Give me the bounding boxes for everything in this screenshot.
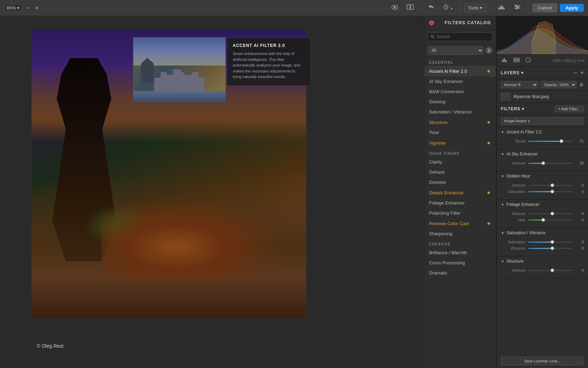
image-aware-select[interactable]: Image Aware ∨ <box>501 117 584 125</box>
applied-filter-ai-sky-header[interactable]: ▼ AI Sky Enhancer <box>497 149 588 159</box>
star-icon[interactable]: ★ <box>486 190 491 195</box>
applied-filter-name: Golden Hour <box>506 174 584 179</box>
saturation-track[interactable] <box>528 242 573 243</box>
filter-item-tone[interactable]: Tone <box>424 127 496 138</box>
zoom-increase-button[interactable]: + <box>34 5 40 11</box>
hue-fill <box>528 220 541 221</box>
applied-filter-structure-header[interactable]: ▼ Structure <box>497 256 588 266</box>
applied-filter-accent-ai-body: Boost 71 <box>497 137 588 149</box>
svg-rect-25 <box>504 58 505 62</box>
undo-button[interactable] <box>425 3 437 13</box>
filter-name: Structure <box>429 120 448 125</box>
filter-item-vignette[interactable]: Vignette ★ <box>424 138 496 148</box>
tools-button[interactable]: Tools ▾ <box>464 4 486 12</box>
add-layer-button[interactable]: + <box>580 70 584 76</box>
svg-point-1 <box>394 6 396 8</box>
filter-item-foliage[interactable]: Foliage Enhancer <box>424 198 496 208</box>
collapse-arrow: ▼ <box>501 152 504 156</box>
split-view-button[interactable] <box>404 3 416 13</box>
hue-slider-row: Hue 0 <box>501 218 584 222</box>
filter-item-sharpening[interactable]: Sharpening <box>424 229 496 239</box>
amount-track[interactable] <box>528 163 573 164</box>
close-panel-button[interactable]: ✕ <box>429 20 434 25</box>
vibrance-track[interactable] <box>528 248 573 249</box>
search-input-wrap[interactable] <box>428 33 492 41</box>
amount-label: Amount <box>501 183 525 187</box>
filter-item-details-enhancer[interactable]: Details Enhancer ★ <box>424 187 496 198</box>
blend-mode-select[interactable]: Normal ⇅ <box>501 81 538 88</box>
star-icon[interactable]: ★ <box>486 68 491 74</box>
filter-item-clarity[interactable]: Clarity <box>424 157 496 167</box>
zoom-decrease-button[interactable]: − <box>25 5 31 11</box>
histogram-button[interactable] <box>495 3 508 13</box>
image-aware-label: Image Aware ∨ <box>504 119 530 123</box>
layers-icon-button[interactable] <box>512 56 521 65</box>
saturation-track[interactable] <box>528 191 573 192</box>
filter-item-remove-color-cast[interactable]: Remove Color Cast ★ <box>424 218 496 229</box>
zoom-dropdown-arrow: ▾ <box>17 5 20 11</box>
filter-item-brilliance-warmth[interactable]: Brilliance / Warmth <box>424 248 496 258</box>
search-input[interactable] <box>437 34 489 39</box>
applied-filter-saturation-header[interactable]: ▼ Saturation / Vibrance <box>497 228 588 238</box>
star-icon[interactable]: ★ <box>486 221 491 226</box>
filter-category-dropdown[interactable]: All <box>428 46 483 55</box>
applied-filter-accent-ai-header[interactable]: ▼ Accent Ai Filter 2.0 <box>497 127 588 137</box>
boost-slider-row: Boost 71 <box>501 139 584 143</box>
opacity-select[interactable]: Opacity: 100% <box>541 81 576 88</box>
filter-item-cross-processing[interactable]: Cross Processing <box>424 258 496 268</box>
saturation-value: 0 <box>575 189 584 194</box>
filter-item-dehaze[interactable]: Dehaze <box>424 167 496 177</box>
boost-track[interactable] <box>528 141 573 142</box>
histogram-chart <box>497 16 588 54</box>
remove-layer-button[interactable]: − <box>574 70 578 76</box>
filter-item-accent-ai[interactable]: Accent Ai Filter 2.0 ★ <box>424 66 496 76</box>
amount-track[interactable] <box>528 185 573 186</box>
info-icon-button[interactable]: i <box>524 56 532 65</box>
filter-item-develop[interactable]: Develop <box>424 97 496 107</box>
svg-point-15 <box>516 8 518 9</box>
add-filter-button[interactable]: + Add Filter... <box>555 106 584 112</box>
amount-track[interactable] <box>528 270 573 271</box>
hue-track[interactable] <box>528 220 573 221</box>
applied-filter-foliage-body: Amount 0 Hue 0 <box>497 209 588 228</box>
boost-label: Boost <box>501 139 525 143</box>
apply-button[interactable]: Apply <box>560 4 584 12</box>
filter-item-saturation[interactable]: Saturation / Vibrance <box>424 107 496 117</box>
amount-track[interactable] <box>528 213 573 214</box>
cancel-button[interactable]: Cancel <box>532 4 557 12</box>
svg-rect-24 <box>503 59 504 62</box>
svg-rect-28 <box>514 58 519 59</box>
filter-item-structure[interactable]: Structure ★ <box>424 117 496 127</box>
applied-filter-saturation-body: Saturation 0 Vibrance 0 <box>497 238 588 256</box>
svg-rect-3 <box>411 5 413 9</box>
vibrance-label: Vibrance <box>501 246 525 250</box>
svg-rect-29 <box>514 60 519 61</box>
applied-filter-name: AI Sky Enhancer <box>506 152 584 157</box>
adjustments-button[interactable] <box>511 3 524 13</box>
filter-item-dramatic[interactable]: Dramatic <box>424 268 496 278</box>
filter-item-ai-sky[interactable]: AI Sky Enhancer <box>424 76 496 86</box>
section-issue-fixers: ISSUE FIXERS <box>424 148 496 157</box>
applied-filter-accent-ai: ▼ Accent Ai Filter 2.0 Boost 71 <box>497 127 588 149</box>
preview-toggle-button[interactable] <box>388 3 401 13</box>
filter-item-polarizing[interactable]: Polarizing Filter <box>424 208 496 218</box>
filter-info-button[interactable]: ℹ <box>485 47 492 54</box>
save-luminar-look-button[interactable]: Save Luminar Look... <box>501 357 584 365</box>
top-bar: 85% ▾ − + ▾ Tools ▾ Cancel Apply <box>0 0 588 16</box>
history-button[interactable]: ▾ <box>440 3 455 13</box>
layer-settings-button[interactable]: ⚙ <box>579 82 584 88</box>
histogram-icon-button[interactable] <box>500 56 509 65</box>
filter-name: Details Enhancer <box>429 190 464 195</box>
filters-section-title[interactable]: FILTERS ▾ <box>501 106 524 111</box>
applied-filter-structure-body: Amount 0 <box>497 266 588 278</box>
filter-item-bw[interactable]: B&W Conversion <box>424 86 496 97</box>
applied-filter-golden-hour-header[interactable]: ▼ Golden Hour <box>497 171 588 181</box>
amount-thumb <box>541 161 545 165</box>
applied-filter-foliage-header[interactable]: ▼ Foliage Enhancer <box>497 200 588 209</box>
layer-item[interactable]: Myanmar final.jpeg <box>497 91 588 103</box>
amount-thumb <box>551 269 554 272</box>
layers-title[interactable]: LAYERS ▾ <box>501 70 524 75</box>
star-icon[interactable]: ★ <box>486 140 491 146</box>
star-icon[interactable]: ★ <box>486 119 491 125</box>
filter-item-denoise[interactable]: Denoise <box>424 177 496 187</box>
